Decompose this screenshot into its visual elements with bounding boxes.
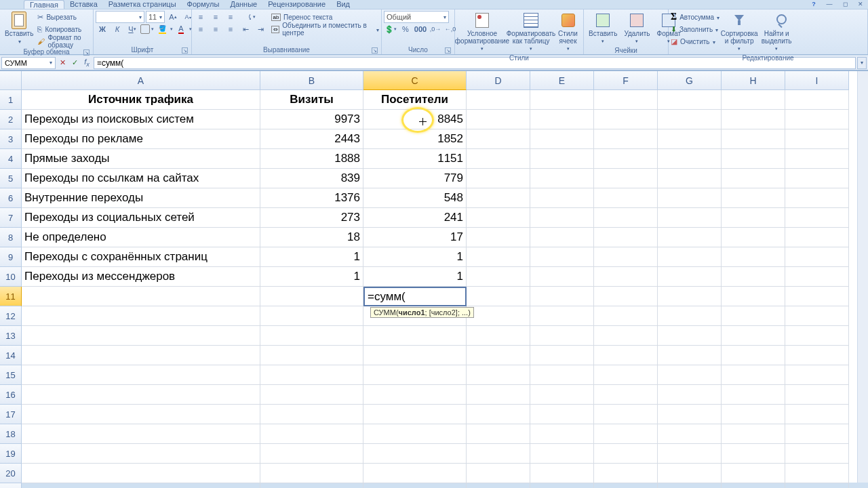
row-header-14[interactable]: 14 <box>0 346 22 365</box>
close-icon[interactable]: ✕ <box>856 0 865 7</box>
row-header-8[interactable]: 8 <box>0 228 22 247</box>
bold-button[interactable]: Ж <box>96 23 109 35</box>
dialog-launcher-icon[interactable]: ↘ <box>83 49 90 56</box>
column-header-E[interactable]: E <box>530 71 594 90</box>
row-header-16[interactable]: 16 <box>0 385 22 405</box>
align-top-button[interactable]: ≡ <box>194 11 208 23</box>
cell-C11[interactable]: =сумм( <box>363 287 467 306</box>
row-header-12[interactable]: 12 <box>0 306 22 326</box>
currency-button[interactable]: 💲▾ <box>384 23 397 35</box>
font-size-select[interactable]: 11▾ <box>146 11 165 23</box>
delete-cells-button[interactable]: Удалить▾ <box>621 11 652 46</box>
column-header-B[interactable]: B <box>260 71 363 90</box>
tab-formulas[interactable]: Формулы <box>182 0 225 9</box>
row-header-3[interactable]: 3 <box>0 129 22 149</box>
column-header-C[interactable]: C <box>363 71 467 90</box>
column-header-A[interactable]: A <box>22 71 260 90</box>
help-icon[interactable]: ? <box>809 0 818 7</box>
row-header-1[interactable]: 1 <box>0 90 22 110</box>
row-header-20[interactable]: 20 <box>0 464 22 483</box>
cell-B2[interactable]: 9973 <box>260 110 363 129</box>
cell-B7[interactable]: 273 <box>260 208 363 228</box>
font-family-select[interactable]: ▾ <box>96 11 144 23</box>
comma-button[interactable]: 000 <box>414 23 427 35</box>
cell-B1[interactable]: Визиты <box>260 90 363 110</box>
fill-button[interactable]: ⬇Заполнить <box>671 23 719 35</box>
align-middle-button[interactable]: ≡ <box>209 11 222 23</box>
row-header-17[interactable]: 17 <box>0 405 22 424</box>
merge-center-button[interactable]: ⇔Объединить и поместить в центре <box>271 23 379 35</box>
row-header-7[interactable]: 7 <box>0 208 22 228</box>
align-left-button[interactable]: ≡ <box>194 23 208 35</box>
format-as-table-button[interactable]: Форматировать как таблицу▾ <box>509 11 553 54</box>
cell-B8[interactable]: 18 <box>260 228 363 247</box>
align-right-button[interactable]: ≡ <box>224 23 237 35</box>
inc-decimal-button[interactable]: ,0→ <box>429 23 442 35</box>
tab-review[interactable]: Рецензирование <box>262 0 331 9</box>
minimize-icon[interactable]: — <box>825 0 834 7</box>
row-header-19[interactable]: 19 <box>0 444 22 464</box>
align-center-button[interactable]: ≡ <box>209 23 222 35</box>
column-header-D[interactable]: D <box>467 71 530 90</box>
cell-styles-button[interactable]: Стили ячеек▾ <box>555 11 581 54</box>
indent-decrease-button[interactable]: ⇤ <box>239 23 252 35</box>
vertical-scrollbar[interactable] <box>857 71 868 483</box>
cell-A1[interactable]: Источник трафика <box>22 90 260 110</box>
number-format-select[interactable]: Общий▾ <box>384 11 449 23</box>
fill-color-button[interactable]: 🪣 <box>155 23 169 35</box>
row-header-2[interactable]: 2 <box>0 110 22 129</box>
cell-C4[interactable]: 1151 <box>363 149 467 169</box>
row-header-9[interactable]: 9 <box>0 247 22 267</box>
cell-A6[interactable]: Внутренние переходы <box>22 188 260 208</box>
indent-increase-button[interactable]: ⇥ <box>254 23 267 35</box>
cell-B10[interactable]: 1 <box>260 267 363 287</box>
cell-B3[interactable]: 2443 <box>260 129 363 149</box>
cell-A10[interactable]: Переходы из мессенджеров <box>22 267 260 287</box>
grow-font-button[interactable]: A▴ <box>166 11 180 23</box>
column-header-H[interactable]: H <box>722 71 785 90</box>
cell-A8[interactable]: Не определено <box>22 228 260 247</box>
cells-area[interactable]: Источник трафикаВизитыПосетителиПереходы… <box>22 90 857 472</box>
name-box[interactable]: СУММ▾ <box>1 57 56 69</box>
cell-A4[interactable]: Прямые заходы <box>22 149 260 169</box>
cell-C1[interactable]: Посетители <box>363 90 467 110</box>
autosum-button[interactable]: ΣАвтосумма <box>671 11 719 23</box>
underline-button[interactable]: Ч▾ <box>125 23 139 35</box>
cell-C2[interactable]: 8845 <box>363 110 467 129</box>
row-header-10[interactable]: 10 <box>0 267 22 287</box>
font-color-button[interactable]: A <box>174 23 188 35</box>
cell-C9[interactable]: 1 <box>363 247 467 267</box>
cell-C8[interactable]: 17 <box>363 228 467 247</box>
conditional-formatting-button[interactable]: Условное форматирование▾ <box>457 11 507 54</box>
align-bottom-button[interactable]: ≡ <box>224 11 237 23</box>
row-header-21[interactable]: 21 <box>0 483 22 488</box>
find-select-button[interactable]: Найти и выделить▾ <box>759 11 794 54</box>
cell-C7[interactable]: 241 <box>363 208 467 228</box>
fx-button[interactable]: fx <box>81 57 92 69</box>
clear-button[interactable]: ◪Очистить <box>671 35 719 47</box>
tab-page-layout[interactable]: Разметка страницы <box>103 0 182 9</box>
cell-A7[interactable]: Переходы из социальных сетей <box>22 208 260 228</box>
row-header-13[interactable]: 13 <box>0 326 22 346</box>
enter-formula-button[interactable]: ✓ <box>69 57 80 69</box>
insert-cells-button[interactable]: Вставить▾ <box>586 11 620 46</box>
format-painter-button[interactable]: 🖌Формат по образцу <box>37 35 91 47</box>
dialog-launcher-icon[interactable]: ↘ <box>182 47 188 54</box>
select-all-corner[interactable] <box>0 71 22 90</box>
cell-C3[interactable]: 1852 <box>363 129 467 149</box>
orientation-button[interactable]: ⤹▾ <box>244 11 258 23</box>
tab-view[interactable]: Вид <box>331 0 355 9</box>
dialog-launcher-icon[interactable]: ↘ <box>445 47 451 54</box>
cell-C5[interactable]: 779 <box>363 169 467 188</box>
column-header-I[interactable]: I <box>785 71 849 90</box>
column-header-G[interactable]: G <box>658 71 722 90</box>
cell-A9[interactable]: Переходы с сохранённых страниц <box>22 247 260 267</box>
border-button[interactable] <box>140 24 150 34</box>
dialog-launcher-icon[interactable]: ↘ <box>372 47 378 54</box>
row-header-5[interactable]: 5 <box>0 169 22 188</box>
tab-insert[interactable]: Вставка <box>64 0 103 9</box>
cut-button[interactable]: ✂Вырезать <box>37 11 91 23</box>
tab-data[interactable]: Данные <box>224 0 262 9</box>
tab-home[interactable]: Главная <box>24 0 64 9</box>
cell-A3[interactable]: Переходы по рекламе <box>22 129 260 149</box>
